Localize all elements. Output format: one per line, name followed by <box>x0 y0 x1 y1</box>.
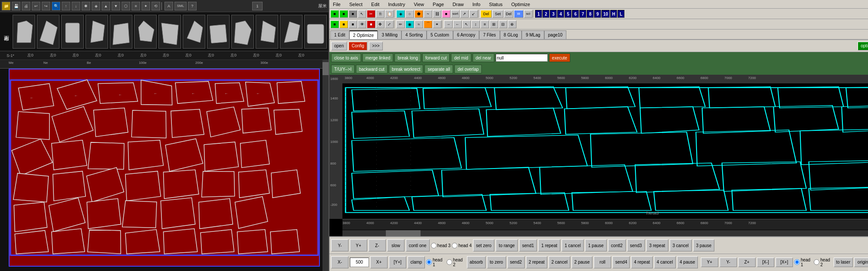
cad-view[interactable]: head <box>342 83 868 219</box>
radio-head3-input[interactable] <box>431 243 437 248</box>
menu-file[interactable]: File <box>331 2 342 7</box>
tab-1-edit[interactable]: 1 Edit <box>330 30 349 39</box>
radio-head1-r3[interactable]: head 1 <box>794 258 812 267</box>
tb2-e4[interactable]: ⊟ <box>499 20 507 28</box>
btn-contl-one[interactable]: contl one <box>406 239 430 251</box>
act-break-long[interactable]: break long <box>395 53 421 62</box>
tb-icon-num[interactable]: 1 <box>252 2 263 10</box>
tb-icon-select[interactable]: ✦ <box>141 2 150 10</box>
tb-icon-tri-down[interactable]: ▼ <box>112 2 120 10</box>
thumb-2[interactable] <box>37 15 59 49</box>
cad-canvas[interactable]: 1600 1400 1200 1000 800 600 -200 3800 40… <box>329 75 868 236</box>
thumb-9[interactable] <box>207 15 230 49</box>
thumb-8[interactable] <box>183 15 205 49</box>
radio-head1-r3-input[interactable] <box>794 259 800 265</box>
tb1-orange[interactable]: ⬟ <box>414 10 423 18</box>
btn-repeat1[interactable]: 1 repeat <box>538 239 560 251</box>
tb-icon-menu[interactable]: ≡ <box>132 2 140 10</box>
radio-head4-input[interactable] <box>452 243 457 248</box>
tb2-eye[interactable]: 👁 <box>358 20 366 28</box>
radio-head1[interactable]: head 1 <box>426 258 445 267</box>
tab-7-files[interactable]: 7 Files <box>479 30 500 39</box>
tb1-cut[interactable]: ✂ <box>367 10 375 18</box>
tb-icon-folder[interactable]: 📁 <box>2 2 10 10</box>
tb2-arrow-ul[interactable]: ↖ <box>462 20 471 28</box>
btn-cancel3[interactable]: 3 cancel <box>670 239 692 251</box>
radio-head2-r3-input[interactable] <box>814 259 819 265</box>
tb2-wave2[interactable]: ≈ <box>414 20 423 28</box>
act-input-null[interactable] <box>496 54 548 62</box>
btn-y-plus[interactable]: Y+ <box>350 239 367 251</box>
thumb-4[interactable] <box>85 15 108 49</box>
tab-9-mlag[interactable]: 9 MLag <box>522 30 544 39</box>
tb2-red[interactable]: ■ <box>367 20 375 28</box>
tb-icon-down[interactable]: ↓ <box>72 2 80 10</box>
btn-y-plus-bracket[interactable]: [Y+] <box>389 256 406 268</box>
tb-icon-rotate[interactable]: ⟲ <box>151 2 160 10</box>
radio-head4[interactable]: head 4 <box>452 243 472 248</box>
btn-z-minus[interactable]: Z- <box>368 239 386 251</box>
tb1-del1[interactable]: Del <box>480 10 492 18</box>
thumb-5[interactable] <box>110 15 132 49</box>
menu-industry[interactable]: Industry <box>386 2 407 7</box>
tab-6-arrcopy[interactable]: 6 Arrcopy <box>453 30 479 39</box>
tb1-arrow1[interactable]: ↗ <box>460 10 469 18</box>
tb1-arrow2[interactable]: ↙ <box>469 10 478 18</box>
tb1-circle[interactable]: ○ <box>405 10 414 18</box>
tb2-arrow-l[interactable]: ← <box>453 20 462 28</box>
radio-head2[interactable]: head 2 <box>447 258 466 267</box>
btn-slow[interactable]: slow <box>387 239 404 251</box>
btn-expand[interactable]: >>> <box>369 42 383 50</box>
act-tuyi[interactable]: T/U/Y-->I <box>331 65 355 73</box>
tb-icon-star[interactable]: ✱ <box>82 2 90 10</box>
tb2-arrow-r[interactable]: → <box>444 20 453 28</box>
act-del-overlap[interactable]: del overlap <box>454 65 482 73</box>
tb1-copy[interactable]: ⎘ <box>376 10 385 18</box>
radio-head2-input[interactable] <box>447 259 452 265</box>
btn-pause3[interactable]: 3 pause <box>693 239 715 251</box>
tb1-info[interactable]: iiii <box>514 10 523 18</box>
thumb-3[interactable] <box>61 15 84 49</box>
tb-icon-up[interactable]: ↑ <box>62 2 70 10</box>
left-scrollbar-v[interactable] <box>322 60 329 271</box>
act-forward-cut[interactable]: forward cut <box>422 53 450 62</box>
btn-repeat2[interactable]: 2 repeat <box>526 256 547 268</box>
scroll-thumb-h[interactable] <box>386 230 421 236</box>
tb2-green[interactable]: ■ <box>330 20 339 28</box>
cad-scrollbar-h[interactable] <box>342 230 868 236</box>
tb-icon-help[interactable]: ? <box>188 2 197 10</box>
tb-icon-redo[interactable]: ↪ <box>42 2 50 10</box>
btn-cancel2[interactable]: 2 cancel <box>549 256 570 268</box>
thumb-13[interactable] <box>304 15 327 49</box>
tb1-paste[interactable]: 📋 <box>385 10 394 18</box>
btn-send1[interactable]: send1 <box>519 239 537 251</box>
scroll-thumb[interactable] <box>322 62 329 75</box>
btn-clamp[interactable]: clamp <box>408 256 425 268</box>
menu-optimize[interactable]: Optimize <box>510 2 532 7</box>
btn-to-laser[interactable]: to laser <box>834 258 853 267</box>
btn-z-plus[interactable]: Z+ <box>738 258 756 267</box>
act-backward-cut[interactable]: backward cut <box>356 65 388 73</box>
tb2-pen[interactable]: ✏ <box>396 20 405 28</box>
btn-send4[interactable]: send4 <box>612 256 630 268</box>
thumb-6[interactable] <box>134 15 157 49</box>
tb1-gray1[interactable]: ■ <box>349 10 357 18</box>
tab-4-sorting[interactable]: 4 Sorting <box>401 30 427 39</box>
tab-8-glog[interactable]: 8 GLog <box>500 30 522 39</box>
tb1-del2[interactable]: Del <box>504 10 513 18</box>
tb1-green2[interactable]: ■ <box>339 10 348 18</box>
thumb-10[interactable] <box>231 15 254 49</box>
tb1-cursor[interactable]: ↖ <box>358 10 366 18</box>
btn-cancel4[interactable]: 4 cancel <box>654 256 676 268</box>
act-separate-all[interactable]: separate all <box>424 65 453 73</box>
btn-x-minus[interactable]: X- <box>331 256 349 268</box>
btn-x-plus[interactable]: X+ <box>370 256 388 268</box>
btn-config[interactable]: Config <box>349 42 367 50</box>
btn-origin[interactable]: origin <box>854 258 868 267</box>
tb-icon-save[interactable]: 💾 <box>12 2 20 10</box>
thumb-12[interactable] <box>280 15 302 49</box>
tb2-chain[interactable]: ⚭ <box>433 20 441 28</box>
tb-icon-print[interactable]: 🖨 <box>22 2 30 10</box>
tb-icon-tri-up[interactable]: ▲ <box>102 2 110 10</box>
act-merge-linked[interactable]: merge linked <box>362 53 393 62</box>
